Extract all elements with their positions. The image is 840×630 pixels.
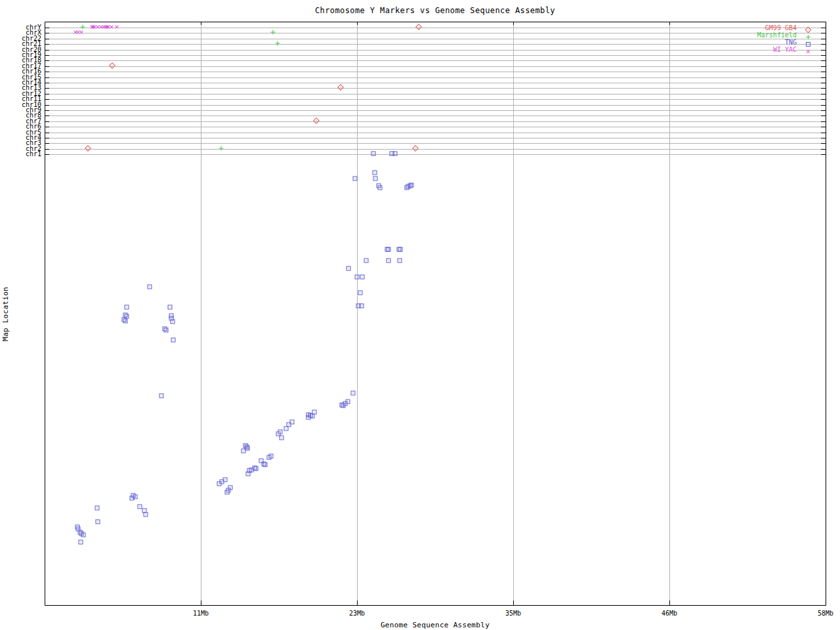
marker-tng (95, 506, 100, 511)
row-gridline (45, 143, 826, 144)
row-gridline (45, 55, 826, 56)
marker-wi-yac (109, 25, 114, 30)
marker-gm99-gb4 (337, 84, 344, 91)
legend-item-gm99-gb4: GM99 GB4 (669, 24, 814, 32)
plot-border-top (45, 22, 826, 22)
marker-tng (373, 171, 377, 175)
marker-tng (359, 303, 364, 308)
marker-tng (364, 258, 368, 262)
marker-tng (341, 404, 346, 408)
marker-tng (144, 513, 148, 517)
y-tick-left (45, 33, 49, 33)
marker-gm99-gb4 (412, 145, 419, 152)
row-gridline (45, 77, 826, 78)
x-tick-label: 23Mb (334, 610, 380, 617)
row-gridline (45, 66, 826, 67)
marker-tng (352, 176, 357, 180)
legend-item-wi-yac: WI YAC (669, 46, 814, 53)
row-gridline (45, 127, 826, 127)
x-tick-label: 11Mb (178, 610, 224, 617)
y-tick-left (45, 154, 49, 155)
y-tick-right (821, 143, 826, 144)
marker-tng (81, 532, 86, 537)
plot-border-right (826, 22, 826, 605)
x-gridline (513, 22, 514, 605)
marker-tng (78, 540, 83, 545)
y-tick-left (45, 94, 49, 94)
marker-wi-yac (114, 25, 119, 30)
plot-border-left (45, 22, 45, 605)
row-gridline (45, 94, 826, 94)
row-gridline (45, 149, 826, 150)
y-tick-right (821, 39, 826, 39)
x-gridline (669, 22, 670, 605)
y-tick-left (45, 50, 49, 51)
marker-tng (346, 266, 351, 271)
marker-tng (159, 393, 164, 398)
y-tick-right (821, 28, 826, 28)
y-tick-right (821, 116, 826, 116)
marker-gm99-gb4 (109, 62, 116, 69)
marker-tng (373, 176, 378, 180)
marker-tng (351, 390, 356, 395)
y-tick-right (821, 44, 826, 45)
marker-tng (96, 520, 100, 524)
y-tick-left (45, 77, 49, 78)
marker-gm99-gb4 (313, 117, 320, 124)
y-tick-right (821, 94, 826, 94)
y-tick-left (45, 143, 49, 144)
marker-tng (358, 291, 362, 295)
marker-tng (306, 415, 310, 419)
row-gridline (45, 88, 826, 89)
x-gridline (357, 22, 358, 605)
row-gridline (45, 83, 826, 83)
chart-title: Chromosome Y Markers vs Genome Sequence … (45, 6, 826, 15)
marker-tng (246, 472, 251, 476)
marker-tng (170, 320, 175, 324)
y-tick-right (821, 60, 826, 61)
row-gridline (45, 154, 826, 155)
marker-tng (310, 413, 315, 418)
x-tick-label: 58Mb (803, 610, 840, 617)
x-tick-bottom (669, 600, 670, 605)
marker-tng (371, 152, 375, 156)
marker-tng (217, 482, 221, 486)
marker-tng (171, 337, 175, 342)
legend-item-marshfield: Marshfield (669, 32, 814, 39)
y-tick-right (821, 138, 826, 138)
legend-label-tng: TNG (669, 39, 797, 46)
marker-tng (123, 319, 127, 324)
marker-tng (280, 435, 284, 440)
x-gridline (201, 22, 201, 605)
y-tick-right (821, 121, 826, 122)
legend-label-wi-yac: WI YAC (669, 46, 797, 53)
row-gridline (45, 105, 826, 106)
x-tick-bottom (357, 600, 358, 605)
marker-tng (378, 186, 383, 190)
marker-tng (242, 449, 246, 453)
marker-marshfield (270, 30, 275, 35)
y-tick-right (821, 72, 826, 72)
y-tick-left (45, 66, 49, 67)
row-gridline (45, 133, 826, 133)
marker-tng (355, 274, 360, 279)
legend-label-gm99-gb4: GM99 GB4 (669, 24, 797, 32)
marker-tng (398, 247, 403, 251)
y-tick-left (45, 105, 49, 106)
y-tick-left (45, 110, 49, 111)
marker-tng (168, 304, 173, 309)
marker-tng (263, 463, 268, 467)
y-tick-right (821, 83, 826, 83)
marker-marshfield (275, 41, 280, 46)
marker-tng (164, 327, 169, 332)
y-tick-left (45, 28, 49, 28)
chart-canvas: Chromosome Y Markers vs Genome Sequence … (0, 0, 840, 630)
row-gridline (45, 110, 826, 111)
marker-tng (398, 258, 402, 262)
row-gridline (45, 99, 826, 100)
y-tick-left (45, 39, 49, 39)
y-tick-left (45, 138, 49, 138)
marker-tng (360, 274, 365, 279)
marker-tng (138, 505, 142, 509)
y-tick-right (821, 99, 826, 100)
